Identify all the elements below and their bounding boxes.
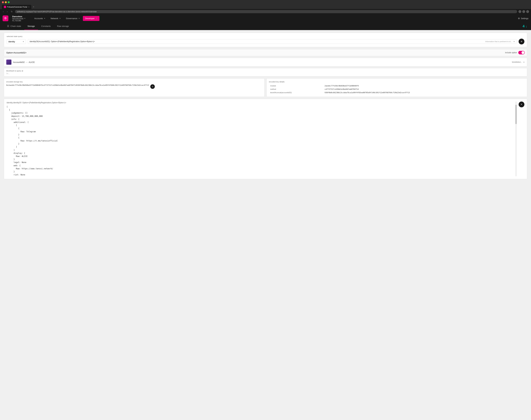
method-selector[interactable]: identityOf(AccountId32): Option<(PalletI… bbox=[28, 39, 517, 44]
nav-item-developer[interactable]: Developer ▼ bbox=[83, 16, 100, 21]
down-arrow-icon: ↓ bbox=[526, 24, 527, 28]
result-scrollbar[interactable] bbox=[516, 102, 517, 176]
subnav-raw-storage[interactable]: Raw storage bbox=[54, 23, 72, 30]
extension-icon-3 bbox=[526, 10, 529, 13]
network-nav-chevron-icon: ▼ bbox=[59, 17, 61, 19]
account-address-group[interactable]: 5Gh9NSh2... ▼ bbox=[512, 61, 525, 63]
network-sub: dancebox/500 bbox=[12, 18, 23, 20]
include-option-toggle[interactable] bbox=[518, 51, 525, 54]
extension-icon-1 bbox=[518, 10, 521, 13]
account-avatar bbox=[6, 60, 11, 65]
key-details-table: module 2aeddc77fe58c98d50bd37f1b90840f9 … bbox=[269, 84, 525, 94]
subnav-raw-storage-label: Raw storage bbox=[57, 25, 69, 27]
nav-label-governance: Governance bbox=[66, 17, 77, 20]
address-chevron-icon: ▼ bbox=[523, 61, 525, 63]
tab-favicon bbox=[4, 6, 6, 8]
subnav-storage[interactable]: Storage bbox=[24, 23, 38, 30]
nav-item-network[interactable]: Network ▼ bbox=[48, 16, 63, 21]
query-row: identity ▼ identityOf(AccountId32): Opti… bbox=[7, 39, 524, 45]
account-dash: — bbox=[26, 61, 28, 63]
module-row-value: 2aeddc77fe58c98d50bd37f1b90840f9 bbox=[324, 84, 524, 87]
encoded-key-card: encoded storage key 0x2aeddc77fe58c98d50… bbox=[4, 78, 265, 97]
main-nav: Accounts ▼ Network ▼ Governance ▼ Develo… bbox=[32, 16, 514, 21]
subnav-constants[interactable]: Constants bbox=[38, 23, 54, 30]
method-row-value: cd7f37317cd20b61e9bd46fab8704714 bbox=[324, 88, 524, 91]
developer-chevron-icon: ▼ bbox=[96, 17, 97, 19]
address-bar: ‹ › ↻ bbox=[0, 9, 531, 14]
result-scrollbar-thumb bbox=[516, 105, 517, 124]
refresh-button[interactable]: ↻ bbox=[10, 10, 14, 13]
encoded-key-value-group: 0x2aeddc77fe58c98d50bd37f1b90840f9cd7f37… bbox=[6, 84, 262, 89]
include-option-label: include option bbox=[505, 51, 517, 54]
option-label: Option<AccountId32> bbox=[6, 51, 27, 54]
tab-title: Polkadot/Substrate Portal bbox=[7, 6, 27, 8]
method-row-label: method bbox=[269, 88, 323, 91]
subnav-right: 4 ↓ bbox=[523, 24, 527, 28]
method-hint: Information that is pertinent to id... bbox=[485, 41, 512, 43]
nav-item-governance[interactable]: Governance ▼ bbox=[64, 16, 82, 21]
query-section: selected state query identity ▼ identity… bbox=[4, 33, 527, 47]
nav-label-network: Network bbox=[51, 17, 58, 20]
network-block: #1,719,365 bbox=[12, 20, 23, 22]
subnav-chain-state-label: Chain state bbox=[11, 25, 21, 27]
account-address: 5Gh9NSh2... bbox=[512, 61, 522, 63]
module-value: identity bbox=[8, 40, 15, 43]
subnav-storage-label: Storage bbox=[28, 25, 35, 27]
nav-label-developer: Developer bbox=[85, 17, 95, 20]
option-row: Option<AccountId32> include option bbox=[4, 49, 527, 56]
network-name: Dancebox bbox=[12, 15, 23, 18]
encoded-key-value: 0x2aeddc77fe58c98d50bd37f1b90840f9cd7f37… bbox=[6, 84, 149, 87]
browser-actions bbox=[518, 10, 529, 13]
network-dropdown[interactable]: Dancebox dancebox/500 #1,719,365 ▼ bbox=[12, 15, 26, 22]
method-chevron-icon: ▼ bbox=[513, 41, 515, 43]
settings-label: Settings bbox=[521, 17, 529, 20]
add-query-button[interactable]: + bbox=[519, 39, 524, 45]
key-details-twox-row: twox64concat(accountid32) 938f0b8c66238b… bbox=[269, 91, 524, 94]
main-content: selected state query identity ▼ identity… bbox=[0, 30, 531, 420]
blockhash-label: blockhash to query at bbox=[6, 70, 525, 72]
sub-nav: ☰ Chain state Storage Constants Raw stor… bbox=[0, 23, 531, 30]
database-icon: ☰ bbox=[7, 25, 9, 27]
subnav-chain-state[interactable]: ☰ Chain state bbox=[4, 23, 24, 30]
account-name-group: AccountId32 — ALICE bbox=[13, 61, 35, 63]
account-id-label: AccountId32 bbox=[13, 61, 25, 63]
module-chevron-icon: ▼ bbox=[23, 41, 24, 43]
twox-row-label: twox64concat(accountid32) bbox=[269, 91, 323, 94]
key-details-module-row: module 2aeddc77fe58c98d50bd37f1b90840f9 bbox=[269, 84, 524, 87]
module-row-label: module bbox=[269, 84, 323, 87]
active-tab[interactable]: Polkadot/Substrate Portal ✕ bbox=[2, 5, 31, 9]
account-name: ALICE bbox=[29, 61, 35, 63]
close-result-button[interactable]: × bbox=[519, 102, 524, 107]
blockhash-input[interactable]: 0x... bbox=[6, 72, 525, 75]
key-details-method-row: method cd7f37317cd20b61e9bd46fab8704714 bbox=[269, 88, 524, 91]
address-input[interactable] bbox=[15, 10, 517, 13]
module-selector[interactable]: identity ▼ bbox=[7, 39, 26, 44]
traffic-green bbox=[8, 1, 10, 3]
governance-chevron-icon: ▼ bbox=[78, 17, 80, 19]
nav-item-accounts[interactable]: Accounts ▼ bbox=[32, 16, 48, 21]
blockhash-section: blockhash to query at 0x... bbox=[4, 68, 527, 76]
extension-icon-2 bbox=[522, 10, 525, 13]
back-button[interactable]: ‹ bbox=[2, 10, 5, 13]
twox-row-value: 938f0b8c66238b13ccbba76ca1a99f4f83ea0070… bbox=[324, 91, 524, 94]
new-tab-button[interactable]: + bbox=[32, 4, 35, 9]
encoded-key-label: encoded storage key bbox=[6, 81, 262, 83]
app-logo: D bbox=[2, 15, 8, 21]
result-code: [ { judgements: [] deposit: 13,700,000,0… bbox=[7, 105, 514, 176]
forward-button[interactable]: › bbox=[6, 10, 9, 13]
tab-close-button[interactable]: ✕ bbox=[28, 6, 30, 8]
app-header: D Dancebox dancebox/500 #1,719,365 ▼ Acc… bbox=[0, 14, 531, 23]
query-label: selected state query bbox=[7, 35, 524, 37]
copy-key-button[interactable]: ⎘ bbox=[150, 84, 155, 89]
gear-icon: ⚙ bbox=[518, 17, 520, 20]
traffic-red bbox=[2, 1, 4, 3]
result-title: identity.identityOf: Option<(PalletIdent… bbox=[7, 102, 514, 104]
key-details-label: encoded key details bbox=[269, 81, 525, 83]
settings-button[interactable]: ⚙ Settings bbox=[518, 17, 529, 20]
key-details-card: encoded key details module 2aeddc77fe58c… bbox=[266, 78, 527, 97]
include-option-group: include option bbox=[505, 51, 525, 54]
result-section: identity.identityOf: Option<(PalletIdent… bbox=[4, 99, 527, 179]
badge-number: 4 bbox=[523, 24, 525, 28]
result-content: identity.identityOf: Option<(PalletIdent… bbox=[7, 102, 514, 176]
accounts-chevron-icon: ▼ bbox=[44, 17, 45, 19]
